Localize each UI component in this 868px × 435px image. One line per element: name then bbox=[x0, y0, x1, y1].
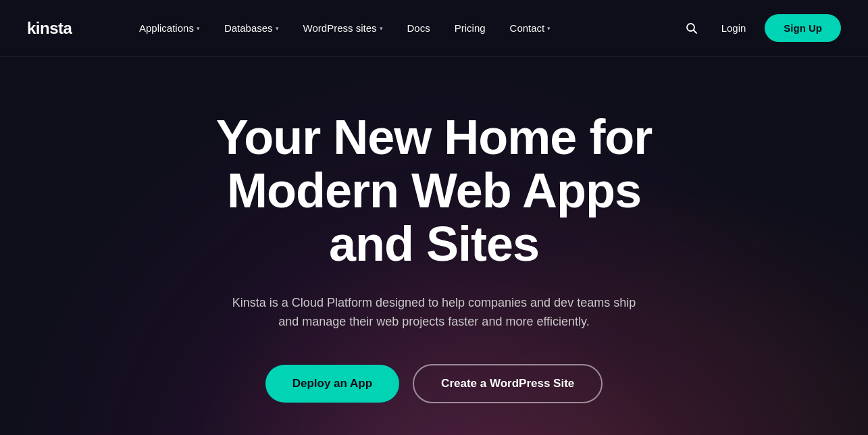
hero-title: Your New Home for Modern Web Apps and Si… bbox=[198, 111, 671, 272]
nav-right: Login Sign Up bbox=[681, 14, 841, 42]
nav-wordpress-sites[interactable]: WordPress sites ▾ bbox=[291, 0, 395, 57]
hero-buttons: Deploy an App Create a WordPress Site bbox=[265, 364, 603, 403]
nav-databases[interactable]: Databases ▾ bbox=[212, 0, 291, 57]
nav-links: Applications ▾ Databases ▾ WordPress sit… bbox=[127, 0, 681, 57]
chevron-down-icon: ▾ bbox=[276, 25, 279, 32]
hero-section: Your New Home for Modern Web Apps and Si… bbox=[0, 57, 868, 435]
svg-text:kinsta: kinsta bbox=[27, 19, 73, 37]
nav-docs[interactable]: Docs bbox=[395, 0, 442, 57]
chevron-down-icon: ▾ bbox=[547, 25, 551, 32]
nav-contact[interactable]: Contact ▾ bbox=[498, 0, 563, 57]
nav-applications[interactable]: Applications ▾ bbox=[127, 0, 212, 57]
nav-pricing[interactable]: Pricing bbox=[442, 0, 498, 57]
signup-button[interactable]: Sign Up bbox=[765, 14, 841, 42]
svg-line-2 bbox=[693, 30, 696, 33]
navbar: kinsta Applications ▾ Databases ▾ WordPr… bbox=[0, 0, 868, 57]
create-wordpress-button[interactable]: Create a WordPress Site bbox=[413, 364, 603, 403]
search-icon bbox=[685, 22, 698, 35]
hero-subtitle: Kinsta is a Cloud Platform designed to h… bbox=[225, 293, 644, 332]
chevron-down-icon: ▾ bbox=[197, 25, 200, 32]
deploy-app-button[interactable]: Deploy an App bbox=[265, 365, 399, 403]
logo[interactable]: kinsta bbox=[27, 18, 95, 39]
chevron-down-icon: ▾ bbox=[380, 25, 383, 32]
search-button[interactable] bbox=[681, 18, 703, 39]
login-button[interactable]: Login bbox=[716, 22, 752, 34]
